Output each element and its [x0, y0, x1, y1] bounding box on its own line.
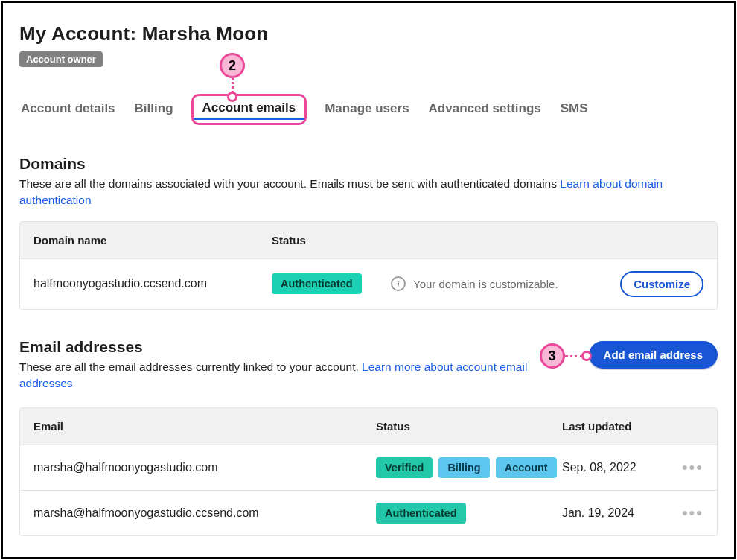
tab-account-details[interactable]: Account details — [19, 95, 117, 124]
email-updated-cell: Sep. 08, 2022 — [562, 461, 681, 474]
email-badge-billing: Billing — [438, 457, 489, 478]
emails-table-header: Email Status Last updated — [20, 408, 717, 445]
domains-table-row: halfmoonyogastudio.ccsend.com Authentica… — [20, 258, 717, 309]
tabs: Account details Billing Account emails M… — [19, 94, 718, 125]
domains-heading: Domains — [19, 155, 718, 173]
emails-table: Email Status Last updated marsha@halfmoo… — [19, 407, 718, 536]
domains-description-text: These are all the domains associated wit… — [19, 177, 560, 190]
page-title: My Account: Marsha Moon — [19, 22, 718, 45]
email-badge-verified: Verified — [376, 457, 433, 478]
callout-connector-3 — [565, 355, 583, 357]
domains-section: Domains These are all the domains associ… — [19, 155, 718, 310]
domains-table-header: Domain name Status — [20, 222, 717, 258]
customize-button[interactable]: Customize — [620, 271, 704, 297]
email-row-menu[interactable]: ••• — [682, 509, 704, 517]
email-cell: marsha@halfmoonyogastudio.com — [34, 461, 376, 474]
email-badge-account: Account — [496, 457, 557, 478]
callout-connector-2 — [232, 78, 234, 93]
col-email-updated: Last updated — [562, 420, 681, 433]
emails-description-text: These are all the email addresses curren… — [19, 360, 362, 373]
tab-account-emails[interactable]: Account emails — [191, 94, 307, 125]
emails-section: Email addresses These are all the email … — [19, 338, 718, 536]
email-updated-cell: Jan. 19, 2024 — [562, 506, 681, 520]
col-domain-name: Domain name — [34, 234, 272, 246]
emails-heading: Email addresses — [19, 338, 555, 356]
col-email: Email — [34, 420, 376, 433]
domain-status-badge: Authenticated — [272, 273, 362, 294]
domains-description: These are all the domains associated wit… — [19, 176, 718, 209]
owner-badge: Account owner — [19, 51, 103, 67]
callout-dot-3 — [581, 351, 592, 361]
email-cell: marsha@halfmoonyogastudio.ccsend.com — [34, 506, 376, 520]
col-domain-status: Status — [272, 234, 391, 246]
info-icon: i — [391, 276, 406, 291]
tab-advanced-settings[interactable]: Advanced settings — [427, 95, 543, 124]
callout-marker-2: 2 — [220, 53, 245, 78]
emails-table-row: marsha@halfmoonyogastudio.ccsend.com Aut… — [20, 490, 717, 535]
callout-dot-2 — [227, 92, 237, 102]
col-email-status: Status — [376, 420, 562, 433]
callout-marker-3: 3 — [540, 343, 565, 369]
email-row-menu[interactable]: ••• — [682, 463, 704, 471]
emails-description: These are all the email addresses curren… — [19, 359, 555, 392]
emails-table-row: marsha@halfmoonyogastudio.com Verified B… — [20, 445, 717, 490]
tab-sms[interactable]: SMS — [559, 95, 590, 124]
tab-manage-users[interactable]: Manage users — [323, 95, 410, 124]
domains-table: Domain name Status halfmoonyogastudio.cc… — [19, 221, 718, 310]
email-badge-authenticated: Authenticated — [376, 503, 466, 524]
tab-billing[interactable]: Billing — [133, 95, 175, 124]
domain-name-cell: halfmoonyogastudio.ccsend.com — [34, 277, 272, 290]
add-email-button[interactable]: Add email address — [589, 341, 718, 369]
domain-note: Your domain is customizable. — [413, 278, 558, 290]
